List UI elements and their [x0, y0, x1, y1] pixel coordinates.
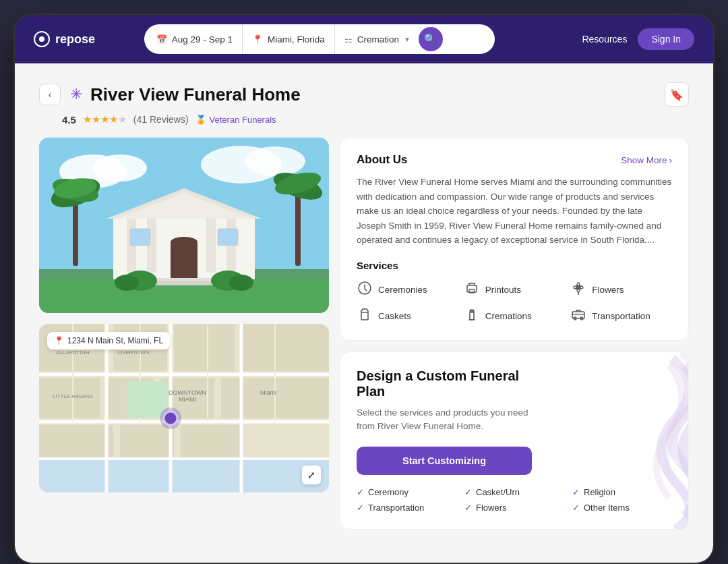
cremations-label: Cremations — [485, 311, 532, 321]
plan-description: Select the services and products you nee… — [357, 406, 545, 434]
photo-card — [39, 138, 329, 313]
service-ceremonies: Ceremonies — [357, 281, 458, 299]
back-button[interactable]: ‹ — [39, 84, 61, 105]
main-content: ‹ ✳ River View Funeral Home 🔖 4.5 ★★★★★ … — [15, 63, 713, 563]
address-text: 1234 N Main St, Miami, FL — [67, 336, 163, 345]
svg-rect-35 — [241, 324, 329, 371]
funeral-home-photo — [39, 138, 329, 313]
svg-text:Miami: Miami — [260, 389, 276, 396]
search-location-segment[interactable]: 📍 Miami, Florida — [243, 24, 335, 54]
svg-rect-34 — [174, 324, 235, 371]
left-column: 📍 1234 N Main St, Miami, FL — [39, 138, 329, 530]
svg-text:ALLAPATTAH: ALLAPATTAH — [56, 349, 90, 356]
about-description: The River View Funeral Home serves Miami… — [357, 175, 672, 248]
service-flowers: Flowers — [570, 281, 672, 299]
svg-rect-54 — [127, 381, 167, 418]
services-title: Services — [357, 260, 672, 271]
svg-rect-43 — [39, 459, 329, 492]
service-caskets: Caskets — [357, 307, 458, 325]
check-ceremony-icon: ✓ — [357, 487, 364, 497]
services-section: Services Ceremonies — [357, 260, 672, 325]
star-rating: ★★★★★ — [83, 113, 127, 125]
service-cremations: Cremations — [464, 307, 566, 325]
svg-rect-21 — [171, 242, 198, 279]
svg-rect-23 — [130, 229, 150, 246]
ceremonies-icon — [357, 281, 373, 299]
printouts-label: Printouts — [485, 285, 521, 295]
sign-in-button[interactable]: Sign In — [638, 28, 694, 50]
start-customizing-button[interactable]: Start Customizing — [357, 447, 532, 475]
svg-point-69 — [574, 286, 578, 289]
printouts-icon — [464, 281, 480, 299]
map-card: 📍 1234 N Main St, Miami, FL — [39, 324, 329, 492]
map-pin-icon: 📍 — [54, 336, 64, 345]
caskets-icon — [357, 307, 373, 325]
resources-link[interactable]: Resources — [582, 34, 627, 45]
rating-number: 4.5 — [62, 114, 76, 125]
veteran-badge: 🏅 Veteran Funerals — [195, 115, 276, 125]
about-card: About Us Show More › The River View Fune… — [340, 138, 689, 341]
show-more-button[interactable]: Show More › — [621, 155, 672, 165]
search-date-segment[interactable]: 📅 Aug 29 - Sep 1 — [147, 24, 243, 54]
logo-icon — [34, 31, 50, 47]
search-service-segment[interactable]: ⚏ Cremation ▼ — [335, 24, 416, 54]
spiral-decoration — [567, 352, 689, 530]
service-printouts: Printouts — [464, 281, 566, 299]
business-name: River View Funeral Home — [90, 84, 301, 105]
bookmark-button[interactable]: 🔖 — [665, 82, 689, 107]
business-title-row: ✳ River View Funeral Home — [70, 84, 301, 105]
caskets-label: Caskets — [378, 311, 411, 321]
header: repose 📅 Aug 29 - Sep 1 📍 Miami, Florida… — [15, 15, 713, 63]
svg-text:MIAMI: MIAMI — [179, 396, 196, 403]
svg-text:OVERTOWN: OVERTOWN — [118, 349, 150, 356]
svg-point-29 — [115, 275, 139, 291]
service-transportation: Transportation — [570, 307, 672, 325]
grid-icon: ⚏ — [344, 34, 353, 45]
check-casket-icon: ✓ — [464, 487, 472, 497]
search-bar: 📅 Aug 29 - Sep 1 📍 Miami, Florida ⚏ Crem… — [144, 24, 495, 54]
veteran-icon: 🏅 — [195, 115, 206, 125]
services-grid: Ceremonies Printout — [357, 281, 672, 325]
search-button[interactable]: 🔍 — [419, 27, 443, 51]
chevron-down-icon: ▼ — [404, 36, 411, 43]
svg-point-2 — [93, 154, 147, 181]
search-date: Aug 29 - Sep 1 — [172, 34, 233, 45]
logo-text: repose — [55, 32, 95, 47]
ceremonies-label: Ceremonies — [378, 285, 427, 295]
svg-text:LITTLE HAVANA: LITTLE HAVANA — [53, 393, 94, 399]
location-icon: 📍 — [252, 34, 263, 45]
map-address: 📍 1234 N Main St, Miami, FL — [47, 332, 170, 349]
check-transportation: ✓ Transportation — [357, 503, 456, 513]
cremations-icon — [464, 307, 480, 325]
search-location: Miami, Florida — [268, 34, 325, 45]
chevron-right-icon: › — [669, 155, 673, 165]
header-nav: Resources Sign In — [582, 28, 694, 50]
calendar-icon: 📅 — [156, 34, 167, 45]
svg-text:DOWNTOWN: DOWNTOWN — [169, 389, 206, 396]
check-casket-label: Casket/Urn — [476, 487, 520, 497]
check-flowers: ✓ Flowers — [464, 503, 564, 513]
rating-row: 4.5 ★★★★★ (41 Reviews) 🏅 Veteran Funeral… — [62, 113, 689, 125]
top-row: ‹ ✳ River View Funeral Home 🔖 — [39, 82, 689, 107]
device-frame: repose 📅 Aug 29 - Sep 1 📍 Miami, Florida… — [13, 13, 715, 564]
about-title: About Us — [357, 153, 408, 167]
svg-point-70 — [579, 286, 583, 289]
show-more-label: Show More — [621, 155, 667, 165]
transportation-label: Transportation — [592, 311, 650, 321]
map-expand-button[interactable]: ⤢ — [302, 466, 321, 484]
search-service: Cremation — [357, 34, 399, 45]
svg-point-22 — [171, 237, 198, 248]
business-icon: ✳ — [70, 86, 82, 103]
check-casket: ✓ Casket/Urn — [464, 487, 564, 497]
veteran-label: Veteran Funerals — [210, 115, 276, 125]
svg-rect-19 — [206, 219, 216, 273]
flowers-icon — [570, 281, 586, 299]
check-flowers-icon: ✓ — [464, 503, 472, 513]
svg-point-30 — [229, 275, 253, 291]
content-grid: 📍 1234 N Main St, Miami, FL — [39, 138, 689, 540]
transportation-icon — [570, 307, 586, 325]
svg-rect-64 — [467, 285, 477, 292]
flowers-label: Flowers — [592, 285, 624, 295]
check-flowers-label: Flowers — [476, 503, 507, 513]
svg-rect-24 — [218, 229, 238, 246]
